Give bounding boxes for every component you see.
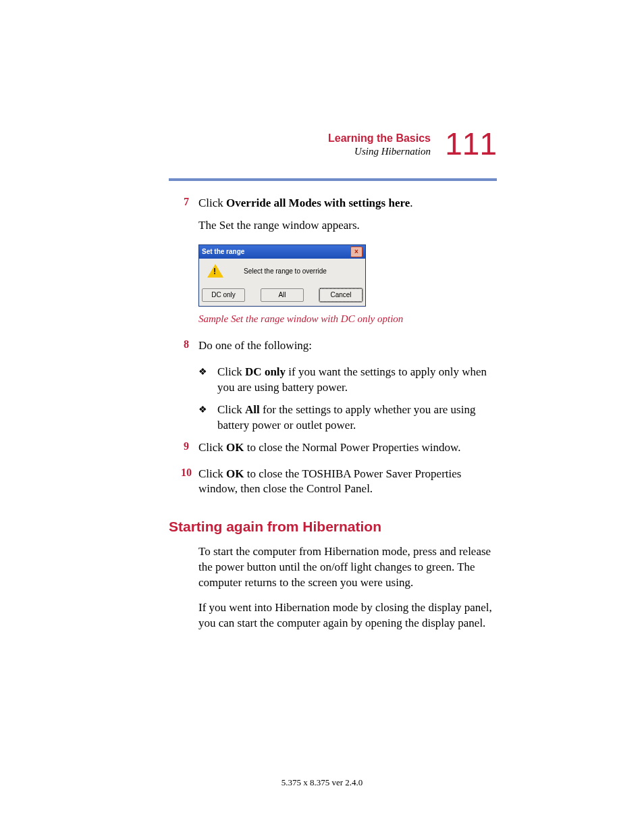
step-number: 9 [169, 440, 198, 463]
text: to close the Normal Power Properties win… [244, 441, 461, 454]
bullet-item: ❖ Click DC only if you want the settings… [198, 365, 497, 396]
bullet-icon: ❖ [198, 365, 217, 396]
body-paragraph: If you went into Hibernation mode by clo… [198, 600, 497, 631]
section-title: Using Hibernation [328, 146, 431, 157]
step-9: 9 Click OK to close the Normal Power Pro… [169, 440, 497, 463]
step-number: 7 [169, 196, 198, 240]
step-number: 8 [169, 338, 198, 361]
header-rule [169, 178, 497, 181]
dialog-titlebar: Set the range × [199, 245, 365, 259]
text: . [410, 197, 412, 209]
body-paragraph: To start the computer from Hibernation m… [198, 544, 497, 591]
text: Click [198, 467, 226, 480]
step-8: 8 Do one of the following: [169, 338, 497, 361]
step-10: 10 Click OK to close the TOSHIBA Power S… [169, 467, 497, 504]
header-titles: Learning the Basics Using Hibernation [328, 132, 431, 157]
step-number: 10 [169, 467, 198, 504]
warning-icon [207, 264, 223, 278]
bold-text: DC only [245, 365, 286, 378]
bullet-body: Click DC only if you want the settings t… [217, 365, 497, 396]
step-body: Do one of the following: [198, 338, 497, 361]
step-body: Click OK to close the Normal Power Prope… [198, 440, 497, 463]
text: Click [217, 365, 245, 378]
close-icon[interactable]: × [350, 246, 363, 257]
bullet-body: Click All for the settings to apply whet… [217, 402, 497, 434]
page-number: 111 [445, 128, 497, 159]
cancel-button[interactable]: Cancel [319, 288, 363, 302]
bold-text: OK [226, 467, 244, 480]
step-body: Click Override all Modes with settings h… [198, 196, 497, 240]
dialog-title: Set the range [202, 248, 244, 255]
dc-only-button[interactable]: DC only [202, 288, 245, 302]
bold-text: All [245, 403, 260, 416]
dialog-buttons: DC only All Cancel [199, 286, 365, 306]
step-continuation: The Set the range window appears. [198, 218, 497, 234]
step-body: Click OK to close the TOSHIBA Power Save… [198, 467, 497, 504]
page-footer: 5.375 x 8.375 ver 2.4.0 [0, 777, 644, 788]
page-header: Learning the Basics Using Hibernation 11… [169, 128, 497, 169]
bullet-icon: ❖ [198, 402, 217, 434]
all-button[interactable]: All [261, 288, 304, 302]
bold-text: OK [226, 441, 244, 454]
dialog-body: Select the range to override [199, 259, 365, 286]
heading-2: Starting again from Hibernation [169, 519, 497, 535]
figure-caption: Sample Set the range window with DC only… [198, 313, 497, 325]
text: Click [198, 441, 226, 454]
page: Learning the Basics Using Hibernation 11… [0, 0, 644, 631]
step-7: 7 Click Override all Modes with settings… [169, 196, 497, 240]
text: Click [217, 403, 245, 416]
bold-text: Override all Modes with settings here [226, 197, 410, 209]
text: Click [198, 197, 226, 209]
bullet-item: ❖ Click All for the settings to apply wh… [198, 402, 497, 434]
chapter-title: Learning the Basics [328, 132, 431, 145]
text: Do one of the following: [198, 338, 497, 354]
dialog-message: Select the range to override [244, 266, 361, 275]
dialog-screenshot: Set the range × Select the range to over… [198, 244, 366, 307]
